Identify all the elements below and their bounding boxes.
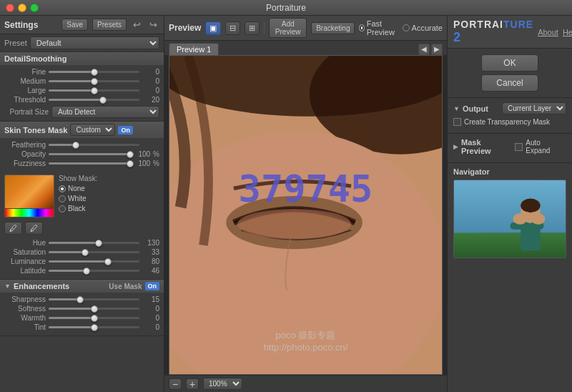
mask-white-radio[interactable] <box>59 195 66 202</box>
mask-white-row[interactable]: White <box>59 195 97 202</box>
opacity-value: 100 <box>133 150 150 158</box>
maximize-btn[interactable] <box>30 4 39 12</box>
watermark-line2: http://photo.poco.cn/ <box>264 342 348 353</box>
output-layer-select[interactable]: Current Layer New Layer <box>502 102 566 114</box>
portrait-size-row: Portrait Size Auto Detect <box>4 106 159 118</box>
hsl-sliders-content: Hue 130 Saturation 33 Lumina <box>0 236 164 279</box>
portraiture-logo: PORTRAITURE 2 <box>453 19 533 45</box>
mask-white-label: White <box>68 195 87 202</box>
svg-point-5 <box>237 209 351 239</box>
add-preview-button[interactable]: Add Preview <box>269 18 307 38</box>
hue-label: Hue <box>4 239 46 247</box>
view-grid-button[interactable]: ⊞ <box>245 21 260 35</box>
skin-tones-header: Skin Tones Mask Custom On <box>0 122 164 138</box>
preset-select[interactable]: Default <box>30 36 159 49</box>
hue-track[interactable] <box>49 242 139 244</box>
mask-none-radio[interactable] <box>59 185 66 192</box>
redo-button[interactable]: ↪ <box>147 19 159 31</box>
warmth-track[interactable] <box>49 317 139 319</box>
large-label: Large <box>4 87 46 94</box>
large-track[interactable] <box>49 89 139 92</box>
fuzziness-value: 100 <box>133 160 150 167</box>
warmth-value: 0 <box>142 314 159 322</box>
window-title: Portraiture <box>266 3 306 13</box>
tint-track[interactable] <box>49 326 139 328</box>
luminance-label: Luminance <box>4 258 46 265</box>
color-picker-area: Show Mask: None White Black <box>0 172 164 220</box>
fast-preview-radio[interactable] <box>359 24 364 31</box>
mask-none-row[interactable]: None <box>59 185 97 192</box>
enhancements-on-badge: On <box>145 282 160 290</box>
zoom-minus-button[interactable]: − <box>169 378 182 390</box>
threshold-slider-row: Threshold 20 <box>4 96 159 104</box>
save-button[interactable]: Save <box>61 19 88 31</box>
accurate-radio[interactable] <box>403 24 410 31</box>
eyedropper-1-button[interactable]: 🖊 <box>4 222 22 235</box>
medium-value: 0 <box>142 77 159 85</box>
logo-num: 2 <box>453 30 461 44</box>
right-panel-header: PORTRAITURE 2 About Help <box>448 16 572 49</box>
threshold-track[interactable] <box>49 99 139 101</box>
about-link[interactable]: About <box>538 28 558 36</box>
cancel-button[interactable]: Cancel <box>481 74 538 92</box>
opacity-track[interactable] <box>49 153 130 155</box>
medium-slider-row: Medium 0 <box>4 77 159 85</box>
zoom-plus-button[interactable]: + <box>186 378 199 390</box>
minimize-btn[interactable] <box>18 4 26 12</box>
latitude-track[interactable] <box>49 270 139 272</box>
close-btn[interactable] <box>6 4 14 12</box>
saturation-label: Saturation <box>4 248 46 256</box>
navigator-label: Navigator <box>453 167 566 176</box>
preview-nav: ◀ ▶ <box>418 43 443 55</box>
show-mask-area: Show Mask: None White Black <box>59 175 97 212</box>
auto-expand-checkbox[interactable] <box>515 143 523 151</box>
skin-tones-section: Skin Tones Mask Custom On Feathering Opa… <box>0 122 164 280</box>
mask-black-radio[interactable] <box>59 205 66 212</box>
hue-value: 130 <box>142 239 159 247</box>
softness-value: 0 <box>142 305 159 313</box>
bracketing-button[interactable]: Bracketing <box>311 22 355 34</box>
medium-track[interactable] <box>49 80 139 82</box>
settings-title: Settings <box>4 20 57 30</box>
prev-nav-button[interactable]: ◀ <box>418 44 430 55</box>
feathering-track[interactable] <box>49 144 139 146</box>
main-container: Settings Save Presets ↩ ↪ Preset Default… <box>0 16 572 392</box>
output-section-header: ▼ Output Current Layer New Layer <box>453 102 566 114</box>
fuzziness-track[interactable] <box>49 162 130 165</box>
saturation-track[interactable] <box>49 251 139 253</box>
svg-rect-6 <box>454 180 566 233</box>
view-split-button[interactable]: ⊟ <box>225 21 240 35</box>
preview-options: Fast Preview Accurate <box>359 19 443 36</box>
fine-track[interactable] <box>49 71 139 73</box>
left-panel: Settings Save Presets ↩ ↪ Preset Default… <box>0 16 164 392</box>
mask-black-row[interactable]: Black <box>59 205 97 212</box>
view-single-button[interactable]: ▣ <box>205 21 221 35</box>
fast-preview-option[interactable]: Fast Preview <box>359 19 396 36</box>
preview-title: Preview <box>169 23 201 33</box>
middle-panel: Preview ▣ ⊟ ⊞ Add Preview Bracketing Fas… <box>164 16 447 392</box>
zoom-select[interactable]: 100% 50% 200% <box>203 378 242 390</box>
help-link[interactable]: Help <box>563 28 572 36</box>
preview-tab-1[interactable]: Preview 1 <box>169 43 219 55</box>
luminance-track[interactable] <box>49 260 139 263</box>
create-transparency-checkbox[interactable] <box>453 118 461 126</box>
presets-button[interactable]: Presets <box>92 19 127 31</box>
eyedropper-row: 🖊 🖊 <box>0 220 164 236</box>
skin-custom-select[interactable]: Custom <box>70 124 115 136</box>
accurate-option[interactable]: Accurate <box>403 24 443 32</box>
preset-label: Preset <box>4 39 27 47</box>
enhancements-content: Sharpness 15 Softness 0 Warm <box>0 293 164 335</box>
color-swatch[interactable] <box>4 175 54 217</box>
skin-on-badge: On <box>118 126 133 134</box>
sharpness-track[interactable] <box>49 298 139 300</box>
detail-smoothing-header: DetailSmoothing <box>0 52 164 65</box>
svg-point-15 <box>524 212 530 219</box>
portrait-size-select[interactable]: Auto Detect <box>51 106 159 118</box>
ok-button[interactable]: OK <box>481 54 538 72</box>
undo-button[interactable]: ↩ <box>131 19 143 31</box>
mask-black-label: Black <box>68 205 85 212</box>
eyedropper-2-button[interactable]: 🖊 <box>25 222 43 235</box>
softness-track[interactable] <box>49 308 139 310</box>
fine-slider-row: Fine 0 <box>4 68 159 76</box>
next-nav-button[interactable]: ▶ <box>431 44 443 55</box>
